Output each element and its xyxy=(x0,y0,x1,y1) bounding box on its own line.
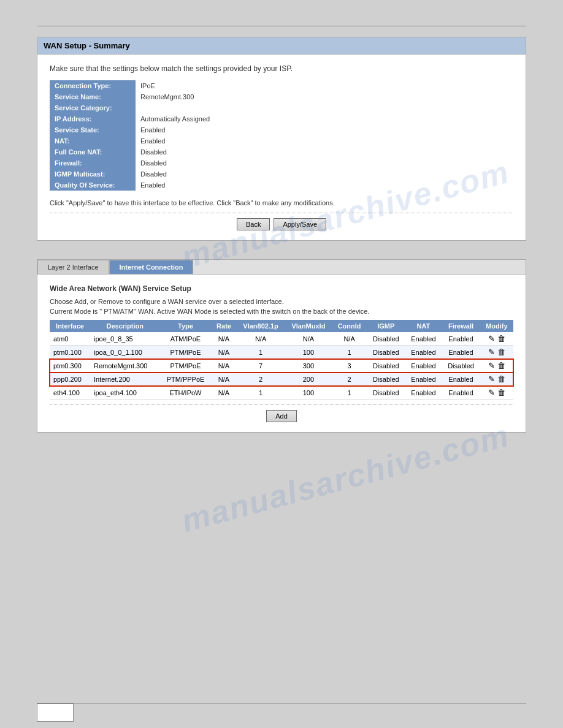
modify-cell: ✎🗑 xyxy=(480,332,513,346)
summary-value: RemoteMgmt.300 xyxy=(136,91,215,102)
top-rule xyxy=(37,26,526,26)
table-cell: Internet.200 xyxy=(90,373,159,386)
edit-icon[interactable]: ✎ xyxy=(488,347,495,357)
table-cell: Enabled xyxy=(442,332,480,346)
add-button[interactable]: Add xyxy=(266,410,297,422)
table-cell: 1 xyxy=(332,386,367,400)
edit-icon[interactable]: ✎ xyxy=(488,374,495,384)
summary-label: IGMP Multicast: xyxy=(50,169,136,180)
modify-cell: ✎🗑 xyxy=(480,373,513,386)
table-cell: ptm0.300 xyxy=(50,359,90,373)
table-header: Interface xyxy=(50,320,90,332)
table-header: Rate xyxy=(212,320,237,332)
summary-value: Enabled xyxy=(136,180,215,191)
wan-service-panel: Layer 2 Interface Internet Connection Wi… xyxy=(37,259,526,433)
delete-icon[interactable]: 🗑 xyxy=(497,334,505,343)
summary-label: Service Category: xyxy=(50,102,136,113)
table-cell: ptm0.100 xyxy=(50,346,90,359)
summary-value: Enabled xyxy=(136,135,215,146)
modify-cell: ✎🗑 xyxy=(480,386,513,400)
table-header: Modify xyxy=(480,320,513,332)
table-cell: Enabled xyxy=(405,359,442,373)
table-cell: Disabled xyxy=(367,346,405,359)
table-cell: eth4.100 xyxy=(50,386,90,400)
table-cell: ATM/IPoE xyxy=(159,332,211,346)
table-cell: Enabled xyxy=(442,373,480,386)
internet-tab[interactable]: Internet Connection xyxy=(109,260,194,274)
modify-cell: ✎🗑 xyxy=(480,346,513,359)
table-cell: ppp0.200 xyxy=(50,373,90,386)
delete-icon[interactable]: 🗑 xyxy=(497,388,505,397)
table-cell: 7 xyxy=(236,359,285,373)
table-header: Description xyxy=(90,320,159,332)
edit-icon[interactable]: ✎ xyxy=(488,334,495,343)
table-cell: N/A xyxy=(212,332,237,346)
delete-icon[interactable]: 🗑 xyxy=(497,347,505,357)
table-cell: Disabled xyxy=(442,359,480,373)
section-note: Current Mode is " PTM/ATM" WAN. Active W… xyxy=(50,308,513,315)
table-cell: N/A xyxy=(285,332,332,346)
click-note: Click "Apply/Save" to have this interfac… xyxy=(50,199,513,207)
table-cell: 1 xyxy=(236,346,285,359)
table-header: Vlan802.1p xyxy=(236,320,285,332)
table-cell: Disabled xyxy=(367,359,405,373)
table-cell: Enabled xyxy=(405,373,442,386)
table-cell: N/A xyxy=(212,359,237,373)
table-cell: 2 xyxy=(332,373,367,386)
table-cell: ipoe_0_8_35 xyxy=(90,332,159,346)
bottom-box xyxy=(37,703,74,722)
table-header: Firewall xyxy=(442,320,480,332)
summary-value: Enabled xyxy=(136,124,215,135)
table-row: ptm0.300RemoteMgmt.300PTM/IPoEN/A73003Di… xyxy=(50,359,513,373)
table-cell: Disabled xyxy=(367,332,405,346)
summary-table: Connection Type:IPoEService Name:RemoteM… xyxy=(50,80,215,191)
wan-table: InterfaceDescriptionTypeRateVlan802.1pVl… xyxy=(50,320,513,400)
table-cell: Enabled xyxy=(442,346,480,359)
table-cell: 200 xyxy=(285,373,332,386)
table-cell: ipoa_0_0_1.100 xyxy=(90,346,159,359)
apply-save-button[interactable]: Apply/Save xyxy=(274,218,326,230)
table-cell: PTM/IPoE xyxy=(159,346,211,359)
edit-icon[interactable]: ✎ xyxy=(488,388,495,397)
table-cell: RemoteMgmt.300 xyxy=(90,359,159,373)
summary-label: IP Address: xyxy=(50,113,136,124)
layer2-tab[interactable]: Layer 2 Interface xyxy=(37,260,109,274)
summary-label: Firewall: xyxy=(50,157,136,169)
table-cell: Disabled xyxy=(367,386,405,400)
table-cell: 1 xyxy=(236,386,285,400)
summary-value: Disabled xyxy=(136,157,215,169)
table-cell: PTM/PPPoE xyxy=(159,373,211,386)
table-cell: Enabled xyxy=(405,346,442,359)
delete-icon[interactable]: 🗑 xyxy=(497,374,505,384)
summary-value: IPoE xyxy=(136,80,215,91)
wan-setup-summary-panel: WAN Setup - Summary Make sure that the s… xyxy=(37,37,526,241)
table-header: NAT xyxy=(405,320,442,332)
table-cell: 1 xyxy=(332,346,367,359)
tab-bar: Layer 2 Interface Internet Connection xyxy=(37,260,526,275)
summary-value: Disabled xyxy=(136,146,215,157)
table-header: VlanMuxId xyxy=(285,320,332,332)
table-cell: ipoa_eth4.100 xyxy=(90,386,159,400)
table-cell: 100 xyxy=(285,346,332,359)
back-button[interactable]: Back xyxy=(237,218,270,230)
table-cell: atm0 xyxy=(50,332,90,346)
section-note: Choose Add, or Remove to configure a WAN… xyxy=(50,298,513,305)
table-cell: N/A xyxy=(332,332,367,346)
add-btn-row: Add xyxy=(50,410,513,422)
delete-icon[interactable]: 🗑 xyxy=(497,361,505,370)
table-row: ptm0.100ipoa_0_0_1.100PTM/IPoEN/A11001Di… xyxy=(50,346,513,359)
table-row: atm0ipoe_0_8_35ATM/IPoEN/AN/AN/AN/ADisab… xyxy=(50,332,513,346)
summary-value: Automatically Assigned xyxy=(136,113,215,124)
bottom-rule xyxy=(37,703,526,703)
summary-label: Service State: xyxy=(50,124,136,135)
summary-value: Disabled xyxy=(136,169,215,180)
table-cell: 2 xyxy=(236,373,285,386)
edit-icon[interactable]: ✎ xyxy=(488,361,495,370)
table-cell: N/A xyxy=(212,386,237,400)
table-row: ppp0.200Internet.200PTM/PPPoEN/A22002Dis… xyxy=(50,373,513,386)
table-cell: ETH/IPoW xyxy=(159,386,211,400)
table-cell: 100 xyxy=(285,386,332,400)
table-cell: Enabled xyxy=(405,386,442,400)
panel2-notes: Choose Add, or Remove to configure a WAN… xyxy=(50,298,513,315)
summary-label: Quality Of Service: xyxy=(50,180,136,191)
